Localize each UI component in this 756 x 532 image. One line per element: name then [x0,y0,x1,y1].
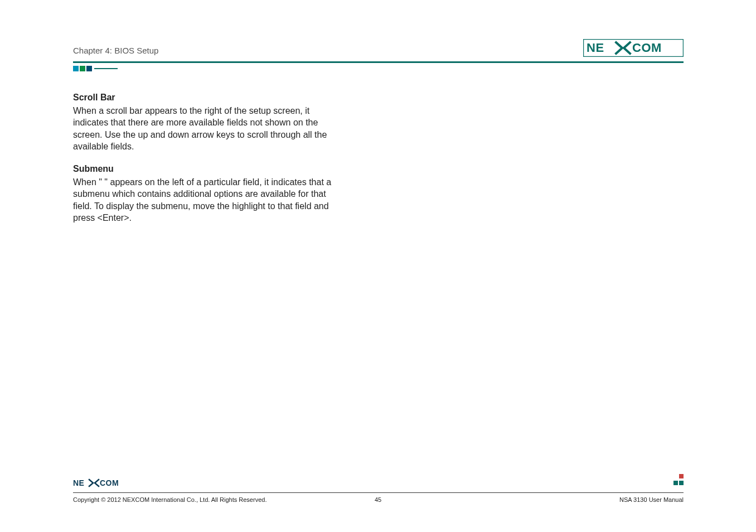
nexcom-logo-icon: NE COM [583,39,684,59]
section2-body: When " " appears on the left of a partic… [73,176,335,224]
main-content: Scroll Bar When a scroll bar appears to … [73,88,335,233]
section1-body: When a scroll bar appears to the right o… [73,105,335,153]
svg-text:COM: COM [632,41,662,55]
svg-text:COM: COM [100,478,119,487]
section2-title: Submenu [73,163,335,175]
section1-title: Scroll Bar [73,91,335,104]
svg-rect-6 [673,481,678,485]
header-divider [73,61,684,63]
footer-divider [73,492,684,493]
svg-rect-5 [679,474,684,478]
footer-copyright: Copyright © 2012 NEXCOM International Co… [73,496,266,503]
svg-text:NE: NE [587,41,604,55]
nexcom-footer-logo-icon: NE COM [73,477,129,491]
document-page: Chapter 4: BIOS Setup NE COM Scroll Bar … [0,0,756,532]
footer-manual-name: NSA 3130 User Manual [619,496,684,503]
footer-page-number: 45 [375,496,381,503]
chapter-title: Chapter 4: BIOS Setup [73,46,158,55]
decorative-squares-icon [73,66,118,71]
svg-rect-7 [679,481,684,485]
decorative-corner-squares-icon [671,474,685,490]
svg-text:NE: NE [73,478,84,487]
